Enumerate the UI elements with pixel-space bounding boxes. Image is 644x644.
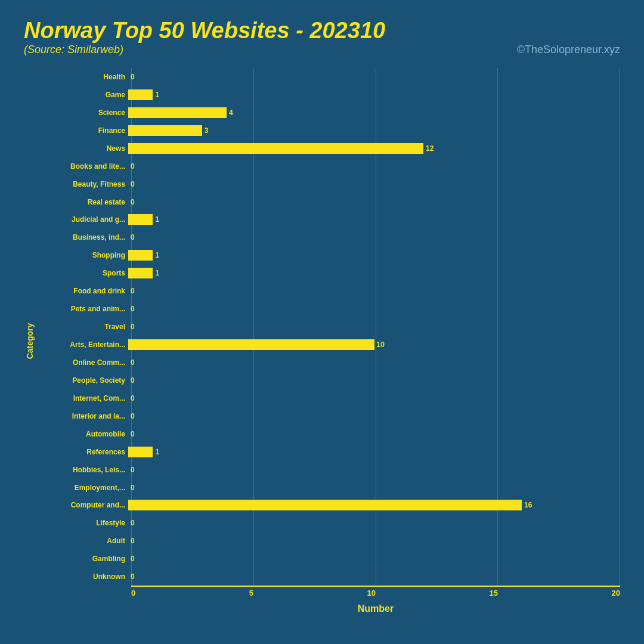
x-axis-label: Number [131, 603, 620, 614]
bar-track: 0 [128, 465, 620, 475]
bar-row: Science4 [39, 104, 620, 122]
bar-label: Travel [39, 323, 128, 331]
axis-tick: 5 [249, 589, 253, 597]
bar-label: News [39, 144, 128, 153]
bar-value: 10 [377, 340, 385, 349]
bar-value: 16 [524, 501, 532, 509]
bar-label: Pets and anim... [39, 305, 128, 313]
bar-value: 0 [131, 305, 135, 313]
bar-row: Unknown0 [39, 568, 620, 586]
bar-fill [128, 107, 227, 118]
bar-row: People, Society0 [39, 371, 620, 389]
bar-label: Food and drink [39, 287, 128, 295]
bar-value: 0 [131, 555, 135, 563]
bar-row: Computer and...16 [39, 497, 620, 515]
bar-row: Arts, Entertain...10 [39, 336, 620, 354]
bar-track: 1 [128, 89, 620, 100]
bar-track: 0 [128, 357, 620, 368]
bar-fill [128, 268, 153, 278]
bar-label: Judicial and g... [39, 215, 128, 224]
chart-source: (Source: Similarweb) [24, 44, 123, 56]
bar-value: 0 [131, 430, 135, 438]
bar-track: 0 [128, 232, 620, 243]
bar-value: 0 [131, 73, 135, 81]
bar-row: Online Comm...0 [39, 354, 620, 371]
bar-label: Finance [39, 126, 128, 135]
bar-fill [128, 214, 153, 225]
bar-label: Shopping [39, 251, 128, 259]
chart-copyright: ©TheSolopreneur.xyz [517, 44, 620, 56]
bar-track: 10 [128, 339, 620, 350]
bar-track: 1 [128, 214, 620, 225]
bar-fill [128, 143, 423, 154]
bar-label: Lifestyle [39, 519, 128, 527]
bar-row: Food and drink0 [39, 282, 620, 300]
bar-value: 0 [131, 412, 135, 420]
bar-label: Books and lite... [39, 162, 128, 171]
bar-row: Real estate0 [39, 193, 620, 211]
bar-value: 0 [131, 233, 135, 242]
bar-track: 0 [128, 286, 620, 296]
bar-track: 4 [128, 107, 620, 118]
bar-row: References1 [39, 443, 620, 461]
bar-row: Travel0 [39, 318, 620, 336]
bar-row: Pets and anim...0 [39, 300, 620, 318]
bars-container: Health0Game1Science4Finance3News12Books … [39, 68, 620, 586]
bar-track: 0 [128, 571, 620, 582]
main-container: Norway Top 50 Websites - 202310 (Source:… [0, 0, 644, 644]
bar-label: Automobile [39, 430, 128, 438]
bar-value: 12 [426, 144, 434, 153]
bar-label: Unknown [39, 572, 128, 581]
bar-track: 0 [128, 321, 620, 332]
bar-track: 0 [128, 482, 620, 493]
bar-label: Interior and la... [39, 412, 128, 420]
bar-value: 0 [131, 323, 135, 331]
bar-value: 0 [131, 572, 135, 581]
bar-row: Health0 [39, 68, 620, 86]
bar-track: 0 [128, 393, 620, 404]
bar-value: 3 [205, 126, 209, 135]
bar-row: Sports1 [39, 264, 620, 282]
bar-fill [128, 89, 153, 100]
bar-row: Beauty, Fitness0 [39, 175, 620, 193]
bar-row: Business, ind...0 [39, 228, 620, 246]
bar-label: References [39, 448, 128, 456]
bar-row: Internet, Com...0 [39, 389, 620, 407]
bar-value: 0 [131, 466, 135, 474]
bar-value: 0 [131, 394, 135, 402]
bar-track: 0 [128, 411, 620, 422]
bar-value: 0 [131, 358, 135, 367]
bar-track: 0 [128, 553, 620, 564]
bar-track: 1 [128, 250, 620, 261]
bar-value: 0 [131, 484, 135, 492]
bar-label: Arts, Entertain... [39, 340, 128, 349]
bar-row: Automobile0 [39, 425, 620, 443]
bar-value: 0 [131, 162, 135, 171]
bar-value: 0 [131, 376, 135, 385]
bar-label: People, Society [39, 376, 128, 385]
bar-value: 1 [155, 269, 159, 277]
bar-label: Game [39, 91, 128, 99]
axis-tick: 10 [367, 589, 376, 597]
x-axis: 05101520 [131, 586, 620, 600]
bar-fill [128, 250, 153, 261]
bar-label: Beauty, Fitness [39, 180, 128, 188]
bar-value: 1 [155, 215, 159, 224]
bar-track: 3 [128, 125, 620, 136]
bar-row: Lifestyle0 [39, 514, 620, 532]
bar-label: Business, ind... [39, 233, 128, 242]
y-axis-label-container: Category [24, 68, 36, 614]
bar-label: Internet, Com... [39, 394, 128, 402]
bar-value: 1 [155, 448, 159, 456]
bar-value: 1 [155, 91, 159, 99]
axis-tick: 20 [612, 589, 620, 597]
bar-row: Game1 [39, 86, 620, 104]
bar-label: Health [39, 73, 128, 81]
axis-tick: 15 [490, 589, 498, 597]
bar-value: 0 [131, 287, 135, 295]
bar-row: News12 [39, 140, 620, 157]
bar-track: 0 [128, 197, 620, 208]
bar-label: Gambling [39, 555, 128, 563]
bar-row: Finance3 [39, 122, 620, 140]
bar-row: Hobbies, Leis...0 [39, 461, 620, 479]
